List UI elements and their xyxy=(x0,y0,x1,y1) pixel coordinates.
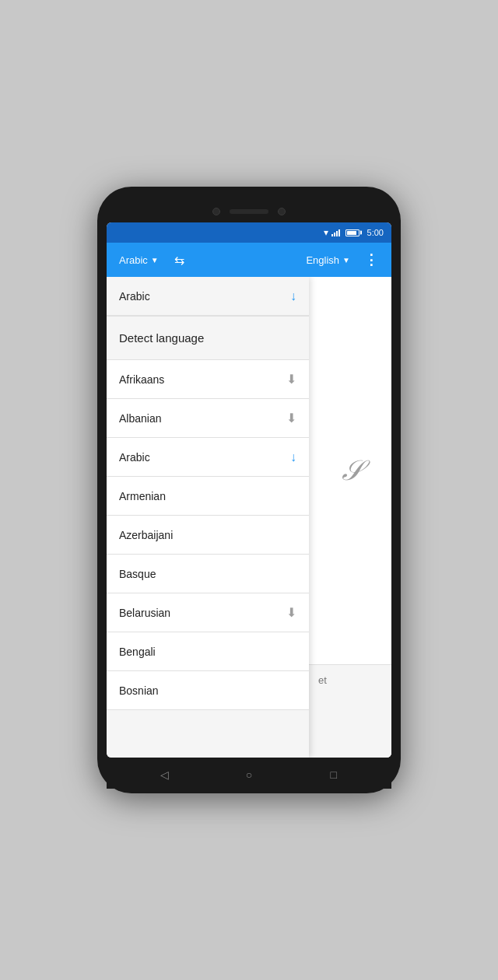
list-item[interactable]: Arabic ↓ xyxy=(107,438,309,477)
output-text: et xyxy=(318,674,327,686)
language-label: Bengali xyxy=(119,646,156,658)
source-language-button[interactable]: Arabic ▼ xyxy=(114,251,163,269)
download-icon: ⬇ xyxy=(286,372,296,387)
status-icons: ▾ xyxy=(324,227,359,238)
target-language-chevron: ▼ xyxy=(342,256,350,264)
language-label: Albanian xyxy=(119,412,162,425)
list-item[interactable]: Bosnian xyxy=(107,671,309,710)
download-icon: ⬇ xyxy=(286,605,296,620)
input-area[interactable]: 𝒮 xyxy=(309,277,391,664)
language-label: Arabic xyxy=(119,451,150,464)
battery-icon xyxy=(345,229,359,236)
phone-top-bar xyxy=(107,201,391,222)
status-bar: ▾ 5:00 xyxy=(107,222,391,243)
language-label: Basque xyxy=(119,568,156,580)
back-button[interactable]: ◁ xyxy=(152,762,177,787)
right-content: 𝒮 et xyxy=(309,277,391,758)
more-options-button[interactable]: ⋮ xyxy=(359,251,384,268)
list-item[interactable]: Afrikaans ⬇ xyxy=(107,360,309,399)
screen-content: Arabic ↓ Detect language Afrikaans ⬇ Alb… xyxy=(107,277,391,758)
language-label: Armenian xyxy=(119,490,166,502)
target-language-label: English xyxy=(306,254,339,266)
phone-bottom-nav: ◁ ○ □ xyxy=(107,761,391,789)
signal-icon xyxy=(331,229,341,236)
wifi-icon: ▾ xyxy=(324,227,328,238)
back-icon: ◁ xyxy=(160,768,169,781)
output-area: et xyxy=(309,664,391,758)
swap-languages-button[interactable]: ⇆ xyxy=(168,250,191,271)
list-item[interactable]: Detect language xyxy=(107,317,309,360)
more-icon: ⋮ xyxy=(364,252,379,268)
list-item[interactable]: Azerbaijani xyxy=(107,516,309,555)
home-icon: ○ xyxy=(246,768,252,781)
language-label: Azerbaijani xyxy=(119,529,173,541)
phone-screen: ▾ 5:00 Arabic ▼ ⇆ xyxy=(107,222,391,758)
language-label: Arabic xyxy=(119,290,150,303)
target-language-button[interactable]: English ▼ xyxy=(195,251,355,269)
list-item[interactable]: Bengali xyxy=(107,632,309,671)
list-item[interactable]: Arabic ↓ xyxy=(107,277,309,316)
handwrite-icon: 𝒮 xyxy=(341,454,360,487)
language-dropdown[interactable]: Arabic ↓ Detect language Afrikaans ⬇ Alb… xyxy=(107,277,309,758)
download-spinning-icon: ↓ xyxy=(290,450,296,464)
download-spinning-icon: ↓ xyxy=(290,289,296,303)
list-item[interactable]: Armenian xyxy=(107,477,309,516)
language-label: Afrikaans xyxy=(119,373,164,386)
recents-button[interactable]: □ xyxy=(321,762,346,787)
source-language-chevron: ▼ xyxy=(151,256,159,264)
language-label: Bosnian xyxy=(119,684,159,697)
battery-fill xyxy=(347,231,357,235)
recents-icon: □ xyxy=(330,768,336,781)
language-label: Detect language xyxy=(119,331,204,345)
list-item[interactable]: Basque xyxy=(107,555,309,593)
front-camera xyxy=(212,208,220,215)
front-sensor xyxy=(278,208,286,215)
swap-icon: ⇆ xyxy=(174,253,184,268)
language-label: Belarusian xyxy=(119,607,170,619)
list-item[interactable]: Albanian ⬇ xyxy=(107,399,309,438)
phone-speaker xyxy=(230,209,268,214)
status-time: 5:00 xyxy=(367,228,384,237)
phone-shell: ▾ 5:00 Arabic ▼ ⇆ xyxy=(97,187,401,793)
app-toolbar: Arabic ▼ ⇆ English ▼ ⋮ xyxy=(107,243,391,277)
list-item[interactable]: Belarusian ⬇ xyxy=(107,593,309,632)
home-button[interactable]: ○ xyxy=(237,762,261,787)
source-language-label: Arabic xyxy=(119,254,148,266)
download-icon: ⬇ xyxy=(286,411,296,425)
